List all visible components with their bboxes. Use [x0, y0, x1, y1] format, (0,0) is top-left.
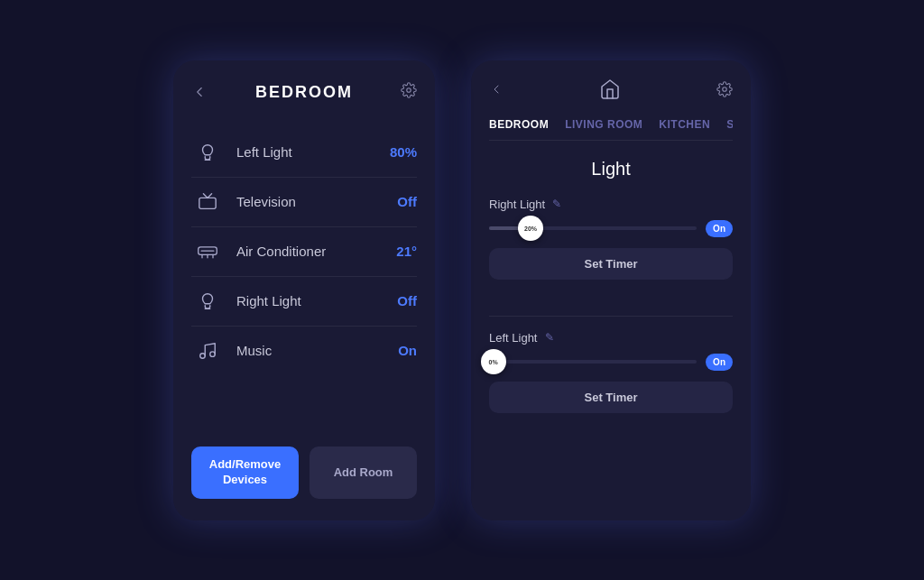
add-room-button[interactable]: Add Room	[310, 447, 417, 499]
tv-icon	[191, 192, 224, 212]
right-back-button[interactable]	[489, 82, 504, 101]
tab-studio[interactable]: STU...	[726, 118, 733, 131]
device-status: 80%	[390, 144, 417, 160]
divider	[489, 316, 733, 317]
right-light-timer-button[interactable]: Set Timer	[489, 248, 733, 280]
left-panel: BEDROOM Left Light 80% Television Off	[173, 60, 435, 520]
svg-rect-1	[199, 198, 216, 208]
tab-kitchen[interactable]: KITCHEN	[659, 118, 710, 131]
svg-point-9	[723, 87, 727, 92]
device-status: Off	[397, 194, 417, 209]
device-list: Left Light 80% Television Off	[191, 128, 417, 428]
bulb-icon	[191, 291, 224, 311]
right-settings-button[interactable]	[716, 81, 733, 102]
ac-icon	[191, 242, 224, 262]
svg-point-7	[200, 353, 206, 358]
left-light-label: Left Light	[489, 331, 538, 345]
room-tabs: BEDROOM LIVING ROOM KITCHEN STU...	[489, 118, 733, 141]
left-light-toggle[interactable]: On	[706, 354, 733, 371]
edit-icon[interactable]: ✎	[552, 198, 561, 210]
main-container: BEDROOM Left Light 80% Television Off	[0, 0, 924, 580]
svg-point-0	[407, 87, 411, 92]
bottom-buttons: Add/RemoveDevices Add Room	[191, 447, 417, 499]
device-item-air-conditioner[interactable]: Air Conditioner 21°	[191, 227, 417, 277]
device-status: 21°	[396, 244, 417, 259]
right-header	[489, 78, 733, 106]
device-item-right-light[interactable]: Right Light Off	[191, 277, 417, 327]
add-remove-devices-button[interactable]: Add/RemoveDevices	[191, 447, 299, 499]
right-panel: BEDROOM LIVING ROOM KITCHEN STU... Light…	[471, 60, 751, 520]
device-status: Off	[397, 293, 417, 308]
left-light-timer-button[interactable]: Set Timer	[489, 382, 733, 413]
right-light-section: Right Light ✎ 20% On Set Timer	[489, 198, 733, 283]
tab-bedroom[interactable]: BEDROOM	[489, 118, 549, 131]
left-light-section: Left Light ✎ 0% On Set Timer	[489, 331, 733, 417]
edit-icon[interactable]: ✎	[545, 331, 554, 344]
svg-point-8	[210, 351, 216, 356]
back-button[interactable]	[191, 84, 208, 100]
home-icon	[599, 78, 621, 106]
music-icon	[191, 341, 224, 361]
device-status: On	[398, 343, 417, 358]
device-name: Left Light	[236, 144, 390, 160]
page-title: BEDROOM	[255, 83, 353, 102]
right-light-label-row: Right Light ✎	[489, 198, 733, 211]
device-name: Music	[236, 343, 398, 358]
device-item-music[interactable]: Music On	[191, 327, 417, 375]
slider-value: 20%	[524, 226, 537, 232]
right-light-label: Right Light	[489, 198, 545, 211]
settings-button[interactable]	[401, 82, 417, 103]
device-item-left-light[interactable]: Left Light 80%	[191, 128, 417, 178]
left-light-slider[interactable]: 0%	[489, 360, 697, 364]
slider-value: 0%	[489, 359, 498, 365]
panel-header: BEDROOM	[191, 82, 417, 103]
device-name: Air Conditioner	[236, 244, 396, 259]
device-name: Right Light	[236, 293, 397, 308]
right-light-slider[interactable]: 20%	[489, 226, 697, 230]
left-light-label-row: Left Light ✎	[489, 331, 733, 345]
tab-living-room[interactable]: LIVING ROOM	[565, 118, 642, 131]
section-title: Light	[489, 159, 733, 180]
device-name: Television	[236, 194, 397, 209]
right-light-toggle[interactable]: On	[706, 220, 733, 237]
right-light-slider-row: 20% On	[489, 220, 733, 237]
device-item-television[interactable]: Television Off	[191, 178, 417, 227]
left-light-slider-row: 0% On	[489, 354, 733, 371]
bulb-icon	[191, 143, 224, 162]
